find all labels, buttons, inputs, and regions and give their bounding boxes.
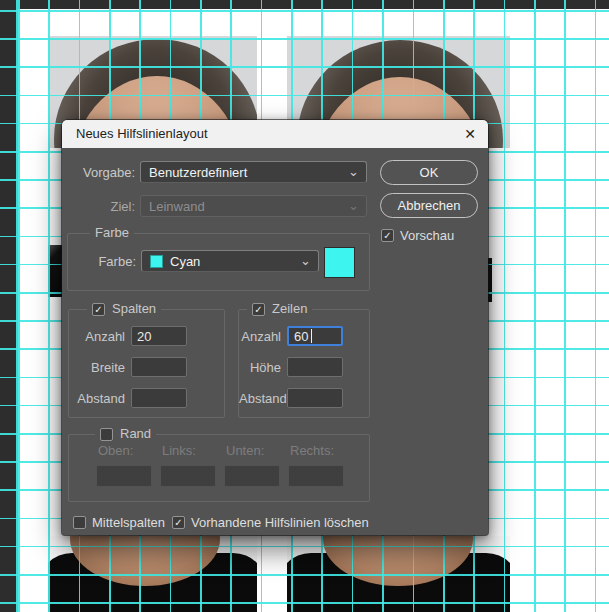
hoehe-label: Höhe bbox=[239, 360, 281, 375]
farbe-legend: Farbe bbox=[90, 225, 134, 241]
spalten-checkbox-checked[interactable]: ✓ bbox=[92, 303, 105, 316]
mittelspalten-checkbox-unchecked[interactable] bbox=[73, 516, 86, 529]
spalten-abstand-row: Abstand bbox=[69, 388, 224, 408]
spalten-anzahl-input[interactable] bbox=[131, 326, 187, 346]
photo-fragment-left bbox=[48, 245, 62, 297]
rand-links-input bbox=[160, 465, 216, 487]
dialog-titlebar[interactable]: Neues Hilfslinienlayout ✕ bbox=[62, 120, 488, 148]
rand-group: Rand Oben: Links: Unten: Rechts: bbox=[68, 434, 370, 502]
spalten-group: ✓ Spalten Anzahl Breite Abstand bbox=[68, 309, 225, 418]
rand-checkbox-unchecked[interactable] bbox=[100, 428, 113, 441]
ok-button[interactable]: OK bbox=[380, 160, 478, 185]
vorschau-checkbox-checked[interactable]: ✓ bbox=[381, 229, 394, 242]
vorgabe-dropdown[interactable]: Benutzerdefiniert ⌄ bbox=[140, 161, 367, 183]
zeilen-hoehe-input[interactable] bbox=[287, 357, 343, 377]
ziel-dropdown-disabled: Leinwand ⌄ bbox=[140, 195, 367, 217]
zeilen-anzahl-row: Anzahl bbox=[239, 326, 369, 346]
close-icon[interactable]: ✕ bbox=[461, 125, 479, 143]
photo-bottom-left bbox=[48, 536, 257, 612]
rechts-label: Rechts: bbox=[290, 443, 334, 458]
zeilen-abstand-row: Abstand bbox=[239, 388, 369, 408]
new-guide-layout-dialog: Neues Hilfslinienlayout ✕ Vorgabe: Benut… bbox=[62, 120, 488, 535]
chevron-down-icon: ⌄ bbox=[348, 197, 359, 215]
vorschau-checkbox-group[interactable]: ✓ Vorschau bbox=[381, 228, 454, 243]
clear-guides-checkbox-checked[interactable]: ✓ bbox=[172, 516, 185, 529]
spalten-breite-row: Breite bbox=[69, 357, 224, 377]
rand-oben-input bbox=[96, 465, 152, 487]
farbe-value: Cyan bbox=[170, 254, 200, 269]
photoshop-canvas: Neues Hilfslinienlayout ✕ Vorgabe: Benut… bbox=[0, 0, 609, 612]
anzahl-label: Anzahl bbox=[69, 329, 125, 344]
rand-rechts-input bbox=[288, 465, 344, 487]
rand-unten-input bbox=[224, 465, 280, 487]
unten-label: Unten: bbox=[226, 443, 264, 458]
clear-guides-checkbox-group[interactable]: ✓ Vorhandene Hilfslinien löschen bbox=[172, 515, 369, 530]
vorgabe-label: Vorgabe: bbox=[62, 165, 135, 180]
spalten-legend: Spalten bbox=[112, 301, 156, 317]
canvas-top-strip bbox=[0, 0, 609, 9]
farbe-label: Farbe: bbox=[68, 254, 136, 269]
oben-label: Oben: bbox=[98, 443, 133, 458]
spalten-anzahl-row: Anzahl bbox=[69, 326, 224, 346]
clear-guides-label: Vorhandene Hilfslinien löschen bbox=[191, 515, 369, 530]
farbe-group: Farbe Farbe: Cyan ⌄ bbox=[67, 233, 370, 291]
rand-legend: Rand bbox=[120, 426, 151, 442]
ziel-label: Ziel: bbox=[62, 199, 135, 214]
canvas-left-strip bbox=[0, 0, 18, 612]
chevron-down-icon: ⌄ bbox=[300, 252, 311, 270]
cyan-swatch-icon bbox=[150, 255, 163, 268]
mittelspalten-label: Mittelspalten bbox=[92, 515, 165, 530]
vorschau-label: Vorschau bbox=[400, 228, 454, 243]
farbe-dropdown[interactable]: Cyan ⌄ bbox=[141, 250, 319, 272]
links-label: Links: bbox=[162, 443, 196, 458]
vorgabe-value: Benutzerdefiniert bbox=[149, 165, 247, 180]
color-preview-swatch[interactable] bbox=[324, 247, 355, 278]
zeilen-abstand-input[interactable] bbox=[287, 388, 343, 408]
photo-fragment-right bbox=[488, 258, 492, 302]
photo-bottom-right bbox=[287, 536, 510, 612]
cancel-button[interactable]: Abbrechen bbox=[380, 193, 478, 218]
dialog-title: Neues Hilfslinienlayout bbox=[76, 120, 208, 148]
abstand-label: Abstand bbox=[239, 391, 281, 406]
breite-label: Breite bbox=[69, 360, 125, 375]
chevron-down-icon: ⌄ bbox=[348, 163, 359, 181]
zeilen-checkbox-checked[interactable]: ✓ bbox=[252, 303, 265, 316]
mittelspalten-checkbox-group[interactable]: Mittelspalten bbox=[73, 515, 165, 530]
zeilen-hoehe-row: Höhe bbox=[239, 357, 369, 377]
abstand-label: Abstand bbox=[69, 391, 125, 406]
zeilen-legend: Zeilen bbox=[272, 301, 307, 317]
spalten-abstand-input[interactable] bbox=[131, 388, 187, 408]
zeilen-group: ✓ Zeilen Anzahl Höhe Abstand bbox=[238, 309, 370, 418]
zeilen-anzahl-input-focused[interactable] bbox=[287, 326, 343, 346]
ziel-value: Leinwand bbox=[149, 199, 205, 214]
spalten-breite-input[interactable] bbox=[131, 357, 187, 377]
text-caret bbox=[311, 329, 312, 343]
anzahl-label: Anzahl bbox=[239, 329, 281, 344]
